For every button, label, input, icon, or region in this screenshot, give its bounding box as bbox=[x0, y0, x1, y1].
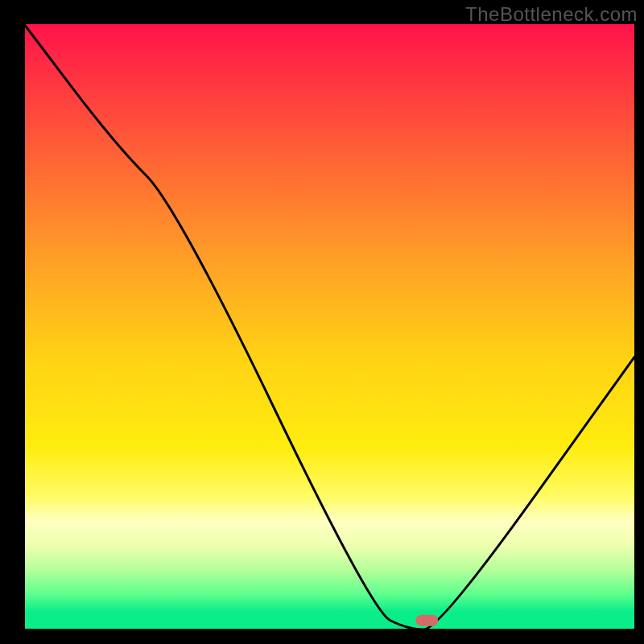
bottleneck-chart bbox=[0, 0, 644, 644]
watermark-text: TheBottleneck.com bbox=[465, 3, 638, 26]
gradient-background bbox=[24, 24, 634, 630]
chart-container: TheBottleneck.com bbox=[0, 0, 644, 644]
optimal-marker bbox=[415, 615, 438, 626]
